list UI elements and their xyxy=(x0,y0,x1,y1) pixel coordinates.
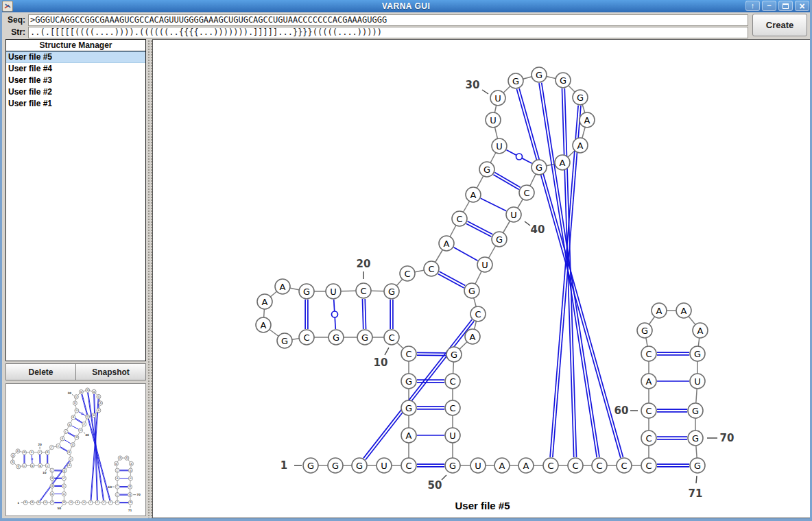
create-button[interactable]: Create xyxy=(752,14,807,36)
svg-text:C: C xyxy=(572,461,578,471)
svg-text:A: A xyxy=(499,461,505,471)
svg-text:20: 20 xyxy=(38,443,42,446)
svg-text:U: U xyxy=(74,402,76,404)
svg-text:U: U xyxy=(381,461,387,471)
svg-text:G: G xyxy=(130,501,132,504)
svg-text:U: U xyxy=(481,260,488,270)
svg-text:C: C xyxy=(621,461,627,471)
svg-text:G: G xyxy=(536,70,542,80)
str-input[interactable] xyxy=(28,27,748,38)
svg-text:70: 70 xyxy=(136,493,141,496)
svg-text:G: G xyxy=(80,391,82,393)
rna-canvas[interactable]: GGGUCAGGCCGGCGAAAGUCGCCACAGUUUGGGGAAAGCU… xyxy=(152,39,812,518)
svg-text:C: C xyxy=(456,214,462,224)
structure-manager-title: Structure Manager xyxy=(6,40,145,51)
title-bar[interactable]: VARNA GUI ↑ − × xyxy=(0,0,812,12)
svg-text:U: U xyxy=(490,115,497,125)
svg-text:A: A xyxy=(646,376,652,387)
svg-text:G: G xyxy=(512,76,519,86)
svg-text:C: C xyxy=(303,332,309,343)
svg-text:G: G xyxy=(51,485,53,487)
panel-splitter[interactable] xyxy=(147,39,152,518)
canvas-caption: User file #5 xyxy=(153,500,812,511)
list-item-user-file-3[interactable]: User file #3 xyxy=(6,75,145,86)
minimize-icon[interactable]: − xyxy=(762,1,776,11)
svg-text:A: A xyxy=(262,297,268,307)
rna-thumbnail: GGGUCAGGCCGGCGAAAGUCGCCACAGUUUGGGGAAAGCU… xyxy=(7,385,145,515)
rna-structure-drawing: GGGUCAGGCCGGCGAAAGUCGCCACAGUUUGGGGAAAGCU… xyxy=(153,40,812,518)
close-icon[interactable]: × xyxy=(795,1,809,11)
svg-text:G: G xyxy=(536,162,542,173)
svg-text:C: C xyxy=(645,433,652,444)
svg-text:G: G xyxy=(38,501,40,504)
svg-text:G: G xyxy=(405,403,412,413)
svg-text:A: A xyxy=(697,326,704,336)
svg-text:A: A xyxy=(523,461,529,471)
delete-button[interactable]: Delete xyxy=(5,363,76,380)
svg-text:U: U xyxy=(80,429,82,432)
svg-text:G: G xyxy=(129,485,131,488)
svg-text:G: G xyxy=(47,451,49,454)
svg-text:C: C xyxy=(404,269,410,279)
svg-text:50: 50 xyxy=(57,507,61,510)
svg-text:A: A xyxy=(584,115,590,125)
svg-text:C: C xyxy=(388,332,394,343)
svg-text:40: 40 xyxy=(531,223,545,236)
svg-text:G: G xyxy=(356,461,363,471)
svg-text:G: G xyxy=(307,461,314,471)
svg-text:G: G xyxy=(694,349,701,359)
svg-text:U: U xyxy=(475,461,481,471)
list-item-user-file-5[interactable]: User file #5 xyxy=(6,51,145,63)
svg-text:G: G xyxy=(449,461,456,471)
svg-text:C: C xyxy=(596,461,602,471)
svg-text:71: 71 xyxy=(689,487,703,500)
shade-window-icon[interactable]: ↑ xyxy=(745,1,760,11)
svg-text:G: G xyxy=(32,501,34,504)
svg-text:G: G xyxy=(25,501,27,504)
svg-text:G: G xyxy=(39,465,41,468)
svg-text:A: A xyxy=(406,431,412,441)
svg-text:20: 20 xyxy=(357,258,371,270)
seq-input[interactable] xyxy=(28,14,748,26)
svg-text:G: G xyxy=(388,287,395,297)
maximize-icon[interactable] xyxy=(778,1,793,11)
svg-text:G: G xyxy=(130,469,132,472)
svg-text:U: U xyxy=(31,451,33,454)
svg-text:A: A xyxy=(280,282,286,292)
svg-text:1: 1 xyxy=(280,459,287,472)
svg-text:G: G xyxy=(332,461,339,471)
svg-text:G: G xyxy=(32,465,34,468)
svg-text:G: G xyxy=(694,461,701,471)
list-item-user-file-4[interactable]: User file #4 xyxy=(6,63,145,75)
svg-text:A: A xyxy=(560,158,566,168)
svg-text:G: G xyxy=(468,286,475,296)
svg-text:U: U xyxy=(76,409,78,412)
svg-text:G: G xyxy=(86,389,88,391)
svg-text:U: U xyxy=(72,444,74,446)
svg-text:A: A xyxy=(470,332,476,342)
svg-text:G: G xyxy=(692,433,699,444)
svg-text:G: G xyxy=(303,287,310,297)
list-item-user-file-2[interactable]: User file #2 xyxy=(6,86,145,98)
toolbar: Seq: Str: Create xyxy=(2,12,810,39)
snapshot-button[interactable]: Snapshot xyxy=(76,363,146,380)
svg-text:G: G xyxy=(451,350,457,360)
svg-text:C: C xyxy=(547,461,553,471)
svg-text:C: C xyxy=(360,286,366,296)
svg-text:U: U xyxy=(496,141,503,152)
svg-text:G: G xyxy=(577,93,584,103)
svg-text:U: U xyxy=(63,493,65,496)
thumbnail-panel: GGGUCAGGCCGGCGAAAGUCGCCACAGUUUGGGGAAAGCU… xyxy=(5,383,146,516)
svg-text:C: C xyxy=(449,376,455,387)
svg-text:G: G xyxy=(692,406,699,416)
svg-text:C: C xyxy=(645,406,652,416)
maximize-glyph xyxy=(783,3,789,9)
svg-text:A: A xyxy=(444,239,450,249)
svg-text:G: G xyxy=(405,376,412,387)
seq-label: Seq: xyxy=(2,15,28,25)
list-item-user-file-1[interactable]: User file #1 xyxy=(6,98,145,110)
svg-text:C: C xyxy=(428,264,434,274)
svg-text:G: G xyxy=(115,463,117,465)
svg-text:C: C xyxy=(523,188,529,198)
svg-text:71: 71 xyxy=(128,509,132,512)
